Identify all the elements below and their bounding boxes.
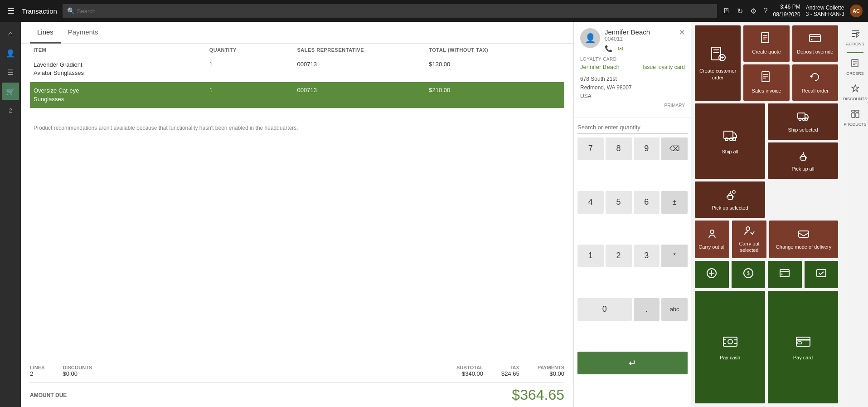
hamburger-menu[interactable]: ☰ [5, 4, 16, 18]
left-sidebar: ⌂ 👤 ☰ 🛒 2 [0, 22, 21, 407]
customer-id: 004011 [605, 36, 674, 42]
ship-selected-tile[interactable]: Ship selected [768, 103, 838, 140]
help-icon[interactable]: ? [764, 7, 768, 15]
pick-up-all-tile[interactable]: Pick up all [768, 142, 838, 179]
right-sidebar: ACTIONS ORDERS DISCOUNTS PRODUCTS [842, 22, 868, 407]
issue-loyalty-card-link[interactable]: Issue loyalty card [643, 64, 685, 70]
numpad-8[interactable]: 8 [606, 137, 632, 160]
user-avatar[interactable]: AC [850, 5, 863, 17]
subtotal-value: $340.00 [456, 370, 483, 377]
numpad-1[interactable]: 1 [577, 245, 604, 267]
email-icon[interactable]: ✉ [618, 45, 623, 52]
customer-avatar: 👤 [580, 28, 600, 48]
create-customer-order-label: Create customer order [698, 68, 738, 81]
tax-value: $24.65 [501, 370, 519, 377]
deposit-override-tile[interactable]: Deposit override [792, 25, 838, 62]
carry-out-all-label: Carry out all [698, 244, 725, 250]
table-row[interactable]: Oversize Cat-eyeSunglasses 1 000713 $210… [30, 82, 564, 108]
customer-name: Jennifer Beach [605, 28, 674, 36]
sidebar-item-orders[interactable]: ORDERS [842, 55, 868, 79]
amount-due-row: AMOUNT DUE $364.65 [30, 382, 564, 407]
ship-all-label: Ship all [722, 148, 738, 155]
topbar-icons: 🖥 ↻ ⚙ ? [723, 7, 768, 15]
col-item: ITEM [34, 47, 209, 53]
svg-rect-56 [852, 113, 855, 118]
actions-icon [851, 29, 860, 40]
numpad-dot[interactable]: . [634, 298, 660, 321]
numpad-backspace[interactable]: ⌫ [661, 137, 688, 160]
amount-due-label: AMOUNT DUE [30, 392, 67, 398]
change-mode-delivery-label: Change mode of delivery [776, 244, 831, 250]
numpad-5[interactable]: 5 [606, 191, 632, 214]
screen-icon[interactable]: 🖥 [723, 7, 730, 15]
app-title: Transaction [22, 7, 57, 15]
pay-cash-tile[interactable]: Pay cash [695, 291, 765, 403]
numpad-7[interactable]: 7 [577, 137, 604, 160]
payment-icon-3-tile[interactable] [768, 261, 802, 288]
search-input[interactable] [63, 4, 717, 18]
numpad-multiply[interactable]: * [661, 245, 688, 267]
sidebar-divider [847, 52, 863, 53]
right-panel: 👤 Jennifer Beach 004011 📞 ✉ ✕ LOYALTY CA… [573, 22, 691, 407]
svg-marker-55 [852, 85, 859, 92]
sidebar-item-discounts[interactable]: DISCOUNTS [842, 80, 868, 105]
table-row[interactable]: Lavender GradientAviator Sunglasses 1 00… [30, 56, 564, 82]
numpad-abc[interactable]: abc [661, 298, 688, 321]
action-tiles-panel: Create customer order Create quote Depos… [691, 22, 868, 407]
amount-due-value: $364.65 [512, 387, 564, 403]
sidebar-item-num[interactable]: 2 [2, 102, 19, 119]
sales-invoice-tile[interactable]: Sales invoice [743, 64, 789, 101]
numpad-6[interactable]: 6 [634, 191, 660, 214]
pay-card-tile[interactable]: Pay card [768, 291, 838, 403]
refresh-icon[interactable]: ↻ [737, 7, 743, 15]
item-total: $130.00 [429, 61, 561, 77]
loyalty-label: LOYALTY CARD [580, 57, 685, 62]
tab-payments[interactable]: Payments [61, 22, 106, 44]
svg-point-12 [811, 39, 813, 40]
numpad-9[interactable]: 9 [634, 137, 660, 160]
numpad-plusminus[interactable]: ± [661, 191, 688, 214]
sidebar-item-menu[interactable]: ☰ [2, 64, 19, 81]
close-customer-button[interactable]: ✕ [679, 28, 685, 37]
tab-lines[interactable]: Lines [30, 22, 61, 44]
svg-rect-13 [762, 72, 769, 82]
create-quote-tile[interactable]: Create quote [743, 25, 789, 62]
carry-out-all-tile[interactable]: Carry out all [695, 221, 729, 258]
topbar: ☰ Transaction 🔍 🖥 ↻ ⚙ ? 3:46 PM 08/19/20… [0, 0, 868, 22]
svg-text:$: $ [747, 271, 750, 276]
numpad-0[interactable]: 0 [577, 298, 632, 321]
settings-icon[interactable]: ⚙ [750, 7, 756, 15]
create-quote-label: Create quote [752, 49, 781, 55]
payment-icon-2-tile[interactable]: $ [732, 261, 766, 288]
phone-icon[interactable]: 📞 [605, 45, 612, 52]
address-line2: Redmond, WA 98007 [580, 83, 685, 92]
pick-up-selected-tile[interactable]: Pick up selected [695, 181, 765, 218]
payment-icon-1-tile[interactable] [695, 261, 729, 288]
pick-up-selected-label: Pick up selected [712, 205, 748, 211]
create-customer-order-tile[interactable]: Create customer order [695, 25, 741, 101]
sidebar-item-products[interactable]: PRODUCTS [842, 106, 868, 130]
recall-order-tile[interactable]: Recall order [792, 64, 838, 101]
sidebar-item-users[interactable]: 👤 [2, 44, 19, 62]
payment-icon-4-tile[interactable] [805, 261, 839, 288]
svg-point-20 [733, 138, 736, 141]
numpad-3[interactable]: 3 [634, 245, 660, 267]
svg-point-29 [732, 191, 735, 193]
quantity-search-input[interactable] [577, 121, 688, 134]
lines-value: 2 [30, 370, 44, 377]
numpad-4[interactable]: 4 [577, 191, 604, 214]
sidebar-item-home[interactable]: ⌂ [2, 25, 19, 43]
numpad-2[interactable]: 2 [606, 245, 632, 267]
totals-section: LINES 2 DISCOUNTS $0.00 SUBTOTAL $340.00… [21, 358, 573, 407]
search-icon: 🔍 [67, 7, 75, 15]
svg-rect-42 [723, 337, 737, 346]
change-mode-delivery-tile[interactable]: Change mode of delivery [769, 221, 838, 258]
tax-label: TAX [501, 365, 519, 370]
sidebar-item-actions[interactable]: ACTIONS [842, 25, 868, 50]
ship-all-tile[interactable]: Ship all [695, 103, 765, 179]
sidebar-item-cart[interactable]: 🛒 [2, 83, 19, 100]
carry-out-selected-tile[interactable]: Carry out selected [732, 221, 766, 258]
svg-point-40 [781, 274, 783, 275]
numpad-enter[interactable]: ↵ [577, 352, 688, 374]
svg-point-24 [805, 118, 807, 120]
